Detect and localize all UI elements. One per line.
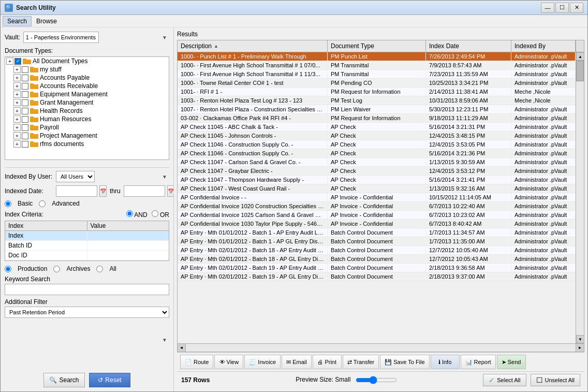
- tree-item-gm[interactable]: + Grant Management: [5, 98, 169, 107]
- indexed-date-to[interactable]: [124, 185, 165, 197]
- table-row[interactable]: AP Entry · Mth 01/01/2012 - Batch 1 - AP…: [178, 228, 576, 237]
- menu-browse[interactable]: Browse: [32, 16, 62, 26]
- th-indexedby[interactable]: Indexed By: [511, 40, 576, 52]
- horizontal-scroll-bar[interactable]: ◄ ►: [178, 343, 584, 352]
- table-row[interactable]: AP Entry · Mth 02/01/2012 - Batch 18 - A…: [178, 246, 576, 255]
- checkbox-hr[interactable]: [22, 116, 28, 123]
- checkbox-gm[interactable]: [22, 99, 28, 106]
- tree-item-healthrecords[interactable]: + Health Records: [5, 107, 169, 115]
- menu-search[interactable]: Search: [3, 16, 32, 26]
- search-button[interactable]: 🔍 Search: [43, 373, 85, 387]
- maximize-button[interactable]: ☐: [555, 3, 569, 13]
- table-row[interactable]: AP Check 11047 - Graybar Electric - AP C…: [178, 167, 576, 176]
- indexed-date-from-calendar[interactable]: 📅: [99, 185, 107, 197]
- basic-label[interactable]: Basic: [18, 200, 33, 207]
- preview-size-slider[interactable]: [356, 376, 397, 384]
- production-label[interactable]: Production: [18, 265, 47, 272]
- criteria-cell-index-0[interactable]: Index: [5, 231, 87, 240]
- th-indexdate[interactable]: Index Date: [426, 40, 511, 52]
- table-row[interactable]: AP Check 11046 - Construction Supply Co.…: [178, 140, 576, 149]
- tree-item-ap[interactable]: + Accounts Payable: [5, 74, 169, 82]
- criteria-cell-index-1[interactable]: Batch ID: [5, 241, 87, 250]
- table-row[interactable]: AP Entry · Mth 02/01/2012 - Batch 19 - A…: [178, 264, 576, 272]
- select-all-button[interactable]: ✓ Select All: [483, 374, 526, 386]
- table-row[interactable]: AP Check 11045 - ABC Chalk & Tack - AP C…: [178, 123, 576, 132]
- table-row[interactable]: 1003- · Renton Hotel Plaza Test Log # 12…: [178, 96, 576, 105]
- expand-hr[interactable]: +: [13, 115, 21, 123]
- criteria-row-2[interactable]: Doc ID: [5, 251, 169, 260]
- checkbox-ar[interactable]: [22, 83, 28, 90]
- expand-payroll[interactable]: +: [13, 124, 21, 131]
- checkbox-rfms[interactable]: [22, 141, 28, 148]
- checkbox-mystuff[interactable]: [22, 66, 28, 73]
- expand-em[interactable]: +: [13, 91, 21, 98]
- keyword-input[interactable]: [5, 284, 169, 295]
- criteria-cell-index-2[interactable]: Doc ID: [5, 251, 87, 260]
- table-row[interactable]: 1007- · Renton Hotel Plaza - Constructio…: [178, 105, 576, 114]
- vault-select[interactable]: 1 - Paperless Environments: [23, 32, 99, 43]
- checkbox-ap[interactable]: [22, 75, 28, 81]
- all-data-radio[interactable]: [96, 266, 103, 272]
- expand-ar[interactable]: +: [13, 82, 21, 90]
- print-button[interactable]: 🖨 Print: [313, 355, 342, 369]
- table-row[interactable]: AP Check 11047 - West Coast Guard Rail -…: [178, 184, 576, 193]
- checkbox-em[interactable]: [22, 91, 28, 98]
- table-row[interactable]: AP Check 11047 - Thompson Hardware Suppl…: [178, 176, 576, 184]
- scroll-down-arrow[interactable]: ▼: [576, 335, 584, 343]
- indexed-by-select[interactable]: All Users: [56, 171, 95, 182]
- unselect-all-button[interactable]: ☐ Unselect All: [531, 374, 580, 386]
- th-description[interactable]: Description ▲: [178, 40, 328, 52]
- table-row[interactable]: 1001- · RFI # 1 - PM Request for Informa…: [178, 88, 576, 96]
- tree-item-em[interactable]: + Equipment Management: [5, 90, 169, 98]
- basic-radio[interactable]: [5, 200, 11, 207]
- table-row[interactable]: 03-002 · Clackamas Office Park #4 RFI #4…: [178, 114, 576, 123]
- archives-label[interactable]: Archives: [66, 265, 90, 272]
- table-row[interactable]: AP Check 11046 - Construction Supply Co.…: [178, 149, 576, 158]
- table-row[interactable]: AP Entry · Mth 01/01/2012 - Batch 1 - AP…: [178, 237, 576, 246]
- table-row[interactable]: 1000- · First Avenue High School Transmi…: [178, 61, 576, 70]
- tree-item-all[interactable]: + ✓ All Document Types: [5, 57, 169, 65]
- expand-all[interactable]: +: [6, 57, 13, 65]
- scroll-left-arrow[interactable]: ◄: [178, 344, 186, 352]
- info-button[interactable]: ℹ Info: [431, 355, 460, 369]
- scroll-up-arrow[interactable]: ▲: [576, 52, 584, 61]
- expand-healthrecords[interactable]: +: [13, 107, 21, 114]
- table-row[interactable]: AP Entry · Mth 02/01/2012 - Batch 19 - A…: [178, 272, 576, 281]
- table-row[interactable]: AP Confidential Invoice 1025 Carlson San…: [178, 211, 576, 220]
- tree-item-hr[interactable]: + Human Resources: [5, 115, 169, 123]
- expand-mystuff[interactable]: +: [13, 66, 21, 73]
- checkbox-healthrecords[interactable]: [22, 108, 28, 114]
- table-row[interactable]: 1000- · Punch List # 1 - Preliminary Wal…: [178, 52, 576, 61]
- scroll-right-arrow[interactable]: ►: [576, 344, 584, 352]
- report-button[interactable]: 📊 Report: [461, 355, 496, 369]
- table-row[interactable]: AP Confidential Invoice - - AP Invoice -…: [178, 193, 576, 202]
- criteria-cell-value-0[interactable]: [87, 231, 169, 240]
- advanced-label[interactable]: Advanced: [52, 200, 79, 207]
- view-button[interactable]: 👁 View: [214, 355, 243, 369]
- advanced-radio[interactable]: [39, 200, 46, 207]
- checkbox-payroll[interactable]: [22, 124, 28, 131]
- table-row[interactable]: AP Entry · Mth 02/01/2012 - Batch 18 - A…: [178, 255, 576, 264]
- criteria-cell-value-2[interactable]: [87, 251, 169, 260]
- send-button[interactable]: ➤ Send: [497, 355, 526, 369]
- scrollbar-thumb[interactable]: [576, 61, 584, 81]
- tree-item-payroll[interactable]: + Payroll: [5, 123, 169, 132]
- invoice-button[interactable]: 🧾 Invoice: [244, 355, 281, 369]
- horizontal-track[interactable]: [186, 344, 576, 352]
- production-radio[interactable]: [5, 266, 11, 272]
- all-data-label[interactable]: All: [109, 265, 116, 272]
- table-row[interactable]: AP Check 11045 - Johnson Controls - AP C…: [178, 132, 576, 140]
- table-row[interactable]: AP Confidential Invoice 1030 Taylor Pipe…: [178, 220, 576, 228]
- route-button[interactable]: 📄 Route: [180, 355, 213, 369]
- and-radio[interactable]: [126, 210, 133, 217]
- reset-button[interactable]: ↺ Reset: [89, 373, 130, 387]
- checkbox-all[interactable]: ✓: [14, 58, 21, 65]
- table-row[interactable]: AP Check 11047 - Carlson Sand & Gravel C…: [178, 158, 576, 167]
- minimize-button[interactable]: —: [541, 3, 554, 13]
- additional-filter-select[interactable]: Past Retention Period: [5, 307, 169, 318]
- table-row[interactable]: 1000- · Towne Retail Center CO# 1 - test…: [178, 79, 576, 88]
- archives-radio[interactable]: [53, 266, 60, 272]
- scrollbar-track[interactable]: [576, 61, 584, 335]
- save-to-file-button[interactable]: 💾 Save To File: [380, 355, 429, 369]
- transfer-button[interactable]: ⇄ Transfer: [343, 355, 379, 369]
